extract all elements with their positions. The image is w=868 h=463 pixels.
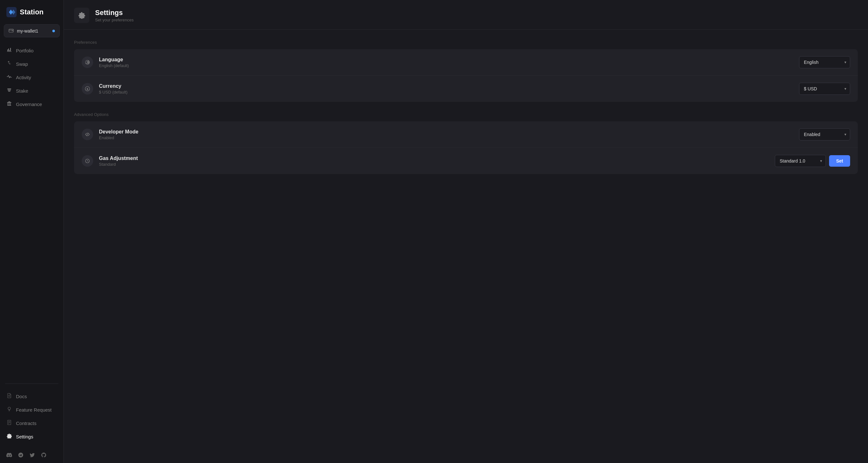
app-title: Station (20, 8, 44, 16)
sidebar-item-docs[interactable]: Docs (0, 389, 63, 403)
language-info: Language English (default) (99, 57, 799, 68)
svg-rect-1 (9, 29, 13, 32)
wallet-active-dot (52, 30, 55, 32)
language-row: Language English (default) English Spani… (74, 49, 858, 76)
svg-rect-9 (10, 103, 11, 105)
developer-mode-control: Enabled Disabled (799, 128, 850, 141)
logo-area: Station (0, 0, 63, 24)
gas-adjustment-row: Gas Adjustment Standard Standard 1.0 Fas… (74, 148, 858, 174)
sidebar-item-contracts[interactable]: Contracts (0, 416, 63, 430)
developer-mode-select-wrapper: Enabled Disabled (799, 128, 850, 141)
currency-title: Currency (99, 83, 799, 89)
svg-rect-2 (12, 31, 13, 31)
sidebar-item-label-contracts: Contracts (16, 421, 36, 426)
developer-mode-info: Developer Mode Enabled (99, 129, 799, 140)
preferences-label: Preferences (74, 40, 858, 45)
gas-adjustment-select-wrapper: Standard 1.0 Fast 1.5 Slow 0.8 (775, 155, 826, 167)
svg-rect-3 (7, 88, 11, 89)
main-content: Settings Set your preferences Preference… (64, 0, 868, 463)
gas-adjustment-title: Gas Adjustment (99, 155, 775, 161)
sidebar-item-label-portfolio: Portfolio (16, 48, 33, 53)
sidebar: Station my-wallet1 Portfolio Swap Activi… (0, 0, 64, 463)
sidebar-item-governance[interactable]: Governance (0, 97, 63, 111)
gas-adjustment-select[interactable]: Standard 1.0 Fast 1.5 Slow 0.8 (775, 155, 826, 167)
preferences-card: Language English (default) English Spani… (74, 49, 858, 102)
page-header-icon (74, 8, 89, 23)
wallet-name: my-wallet1 (17, 28, 49, 33)
page-header: Settings Set your preferences (64, 0, 868, 30)
doc-icon (6, 393, 12, 400)
svg-rect-5 (8, 91, 10, 92)
gas-adjustment-control: Standard 1.0 Fast 1.5 Slow 0.8 Set (775, 155, 850, 167)
currency-row: $ Currency $ USD (default) $ USD € EUR £… (74, 76, 858, 102)
page-header-text: Settings Set your preferences (95, 9, 134, 22)
page-subtitle: Set your preferences (95, 18, 134, 22)
svg-rect-6 (7, 105, 11, 106)
discord-icon[interactable] (6, 452, 12, 459)
language-control: English Spanish French German Japanese K… (799, 56, 850, 68)
currency-control: $ USD € EUR £ GBP ¥ JPY ₩ KRW (799, 83, 850, 95)
wallet-icon (9, 28, 14, 34)
twitter-icon[interactable] (29, 452, 35, 459)
language-select[interactable]: English Spanish French German Japanese K… (799, 56, 850, 68)
currency-select[interactable]: $ USD € EUR £ GBP ¥ JPY ₩ KRW (799, 83, 850, 95)
sidebar-item-feature-request[interactable]: Feature Request (0, 403, 63, 416)
activity-icon (6, 74, 12, 81)
gas-adjustment-icon (82, 155, 93, 167)
svg-text:$: $ (87, 87, 88, 91)
gas-adjustment-set-button[interactable]: Set (829, 155, 850, 167)
currency-icon: $ (82, 83, 93, 94)
sidebar-item-portfolio[interactable]: Portfolio (0, 44, 63, 57)
main-nav: Portfolio Swap Activity Stake Governance (0, 42, 63, 380)
github-icon[interactable] (41, 452, 46, 459)
sidebar-divider (5, 383, 58, 384)
language-subtitle: English (default) (99, 63, 799, 68)
contract-icon (6, 420, 12, 426)
settings-content: Preferences Language English (default) E… (64, 30, 868, 195)
developer-mode-row: Developer Mode Enabled Enabled Disabled (74, 121, 858, 148)
social-links (0, 448, 63, 463)
stake-icon (6, 87, 12, 94)
sidebar-item-swap[interactable]: Swap (0, 57, 63, 70)
sidebar-item-stake[interactable]: Stake (0, 84, 63, 97)
sidebar-item-label-activity: Activity (16, 75, 31, 80)
language-select-wrapper: English Spanish French German Japanese K… (799, 56, 850, 68)
gear-icon (6, 433, 12, 440)
svg-point-12 (8, 407, 10, 410)
advanced-label: Advanced Options (74, 112, 858, 117)
sidebar-item-activity[interactable]: Activity (0, 70, 63, 84)
gas-adjustment-subtitle: Standard (99, 162, 775, 167)
language-title: Language (99, 57, 799, 63)
gas-adjustment-info: Gas Adjustment Standard (99, 155, 775, 167)
sidebar-item-settings[interactable]: Settings (0, 430, 63, 443)
svg-rect-8 (9, 103, 9, 105)
advanced-card: Developer Mode Enabled Enabled Disabled (74, 121, 858, 174)
bulb-icon (6, 406, 12, 413)
bottom-nav: Docs Feature Request Contracts Settings (0, 387, 63, 448)
sidebar-item-label-settings: Settings (16, 434, 33, 439)
developer-mode-title: Developer Mode (99, 129, 799, 135)
station-logo-icon (6, 7, 17, 17)
sidebar-item-label-governance: Governance (16, 102, 42, 107)
currency-info: Currency $ USD (default) (99, 83, 799, 94)
svg-rect-7 (8, 103, 8, 105)
wallet-selector[interactable]: my-wallet1 (4, 24, 60, 37)
language-icon (82, 57, 93, 68)
currency-select-wrapper: $ USD € EUR £ GBP ¥ JPY ₩ KRW (799, 83, 850, 95)
sidebar-item-label-feature-request: Feature Request (16, 407, 52, 412)
telegram-icon[interactable] (18, 452, 24, 459)
currency-subtitle: $ USD (default) (99, 90, 799, 94)
page-title: Settings (95, 9, 134, 17)
developer-mode-subtitle: Enabled (99, 135, 799, 140)
swap-icon (6, 61, 12, 67)
chart-icon (6, 47, 12, 54)
svg-rect-4 (8, 90, 11, 91)
developer-mode-select[interactable]: Enabled Disabled (799, 128, 850, 141)
sidebar-item-label-swap: Swap (16, 61, 28, 67)
developer-mode-icon (82, 129, 93, 140)
sidebar-item-label-stake: Stake (16, 88, 28, 93)
governance-icon (6, 101, 12, 107)
sidebar-item-label-docs: Docs (16, 394, 27, 399)
